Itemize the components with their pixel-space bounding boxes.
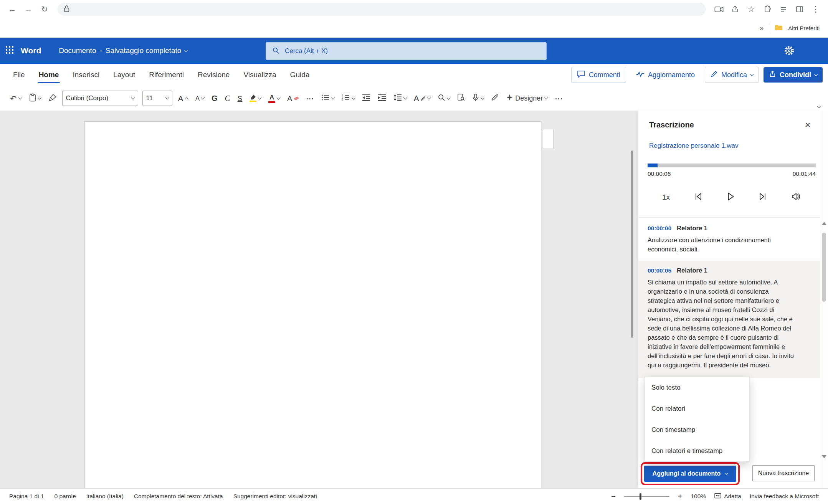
tab-file[interactable]: File <box>6 64 32 86</box>
more-toolbar-button[interactable]: ⋯ <box>553 90 564 106</box>
zoom-level[interactable]: 100% <box>691 493 706 500</box>
close-icon[interactable]: × <box>801 118 814 131</box>
share-icon[interactable] <box>728 2 742 16</box>
share-button[interactable]: Condividi <box>764 67 823 83</box>
chevron-down-icon[interactable] <box>447 96 451 100</box>
zoom-in-icon[interactable]: + <box>678 492 683 501</box>
tab-inserisci[interactable]: Inserisci <box>66 64 106 86</box>
transcript-entry[interactable]: 00:00:05 Relatore 1 Si chiama un impatto… <box>638 261 820 378</box>
extensions-icon[interactable] <box>760 2 774 16</box>
menu-item-con-timestamp[interactable]: Con timestamp <box>645 419 749 440</box>
comments-button[interactable]: Commenti <box>571 67 626 83</box>
chevron-down-icon[interactable] <box>544 96 548 100</box>
tab-home[interactable]: Home <box>32 64 66 86</box>
search-input[interactable] <box>284 47 540 55</box>
undo-button[interactable]: ↶ <box>8 90 23 106</box>
italic-button[interactable]: C <box>223 90 232 106</box>
playback-speed-button[interactable]: 1x <box>662 193 670 202</box>
transcript-entry[interactable]: 00:00:00 Relatore 1 Analizzare con atten… <box>638 218 820 261</box>
updates-button[interactable]: Aggiornamento <box>631 67 700 83</box>
dictate-button[interactable] <box>471 90 485 106</box>
menu-item-solo-testo[interactable]: Solo testo <box>645 377 749 398</box>
lookup-button[interactable] <box>456 90 466 106</box>
shrink-font-button[interactable]: A <box>194 90 206 106</box>
editor-button[interactable] <box>489 90 500 106</box>
text-completion-status[interactable]: Completamento del testo: Attivata <box>134 493 223 500</box>
ribbon-collapse-chevron-icon[interactable] <box>817 104 821 108</box>
tab-revisione[interactable]: Revisione <box>191 64 236 86</box>
font-size-combo[interactable]: 11 <box>142 91 172 106</box>
document-scrollbar-thumb[interactable] <box>631 150 633 338</box>
styles-button[interactable]: A <box>412 90 432 106</box>
chevron-down-icon[interactable] <box>184 48 188 52</box>
entry-timestamp[interactable]: 00:00:00 <box>648 225 671 232</box>
font-name-combo[interactable]: Calibri (Corpo) <box>62 91 138 106</box>
zoom-slider[interactable] <box>624 496 669 497</box>
tab-visualizza[interactable]: Visualizza <box>236 64 283 86</box>
increase-indent-button[interactable] <box>376 90 388 106</box>
chevron-down-icon[interactable] <box>481 96 484 100</box>
video-camera-icon[interactable] <box>712 2 726 16</box>
grow-font-button[interactable]: A <box>177 90 190 106</box>
word-count[interactable]: 0 parole <box>55 493 76 500</box>
editing-mode-button[interactable]: Modifica <box>705 67 759 83</box>
scroll-down-arrow-icon[interactable] <box>822 455 826 458</box>
bold-button[interactable]: G <box>210 90 219 106</box>
editor-suggestions-status[interactable]: Suggerimenti editor: visualizzati <box>233 493 317 500</box>
zoom-out-icon[interactable]: − <box>611 492 616 501</box>
side-panel-icon[interactable] <box>793 2 807 16</box>
tab-guida[interactable]: Guida <box>283 64 317 86</box>
menu-item-con-relatori-e-timestamp[interactable]: Con relatori e timestamp <box>645 440 749 461</box>
audio-progress-bar[interactable] <box>648 164 816 167</box>
find-button[interactable] <box>436 90 451 106</box>
tab-layout[interactable]: Layout <box>106 64 142 86</box>
other-bookmarks-label[interactable]: Altri Preferiti <box>788 25 820 31</box>
font-color-button[interactable]: A <box>267 90 281 106</box>
paste-button[interactable] <box>27 90 43 106</box>
add-to-document-button[interactable]: Aggiungi al documento <box>644 466 736 482</box>
designer-button[interactable]: Designer <box>504 90 549 106</box>
tab-riferimenti[interactable]: Riferimenti <box>142 64 191 86</box>
clear-format-button[interactable]: A <box>286 90 300 106</box>
tab-list-icon[interactable] <box>777 2 790 16</box>
apps-grid-icon[interactable] <box>5 46 14 56</box>
feedback-link[interactable]: Invia feedback a Microsoft <box>750 493 819 500</box>
scroll-up-arrow-icon[interactable] <box>822 222 826 225</box>
app-name[interactable]: Word <box>21 46 41 55</box>
more-formatting-button[interactable]: ⋯ <box>304 90 316 106</box>
play-icon[interactable] <box>727 192 735 203</box>
underline-button[interactable]: S <box>236 90 244 106</box>
address-bar[interactable] <box>58 3 706 16</box>
numbering-button[interactable]: 1 2 3 <box>340 90 356 106</box>
skip-back-icon[interactable] <box>694 192 702 203</box>
settings-gear-icon[interactable] <box>784 46 794 57</box>
chevron-down-icon[interactable] <box>403 96 407 100</box>
bookmark-star-icon[interactable]: ☆ <box>744 2 758 16</box>
panel-scrollbar-thumb[interactable] <box>822 233 826 302</box>
decrease-indent-button[interactable] <box>360 90 372 106</box>
reload-icon[interactable]: ↻ <box>38 2 51 16</box>
chevron-down-icon[interactable] <box>18 96 22 100</box>
entry-timestamp[interactable]: 00:00:05 <box>648 267 671 274</box>
menu-kebab-icon[interactable]: ⋮ <box>809 2 823 16</box>
zoom-slider-thumb[interactable] <box>640 493 641 500</box>
line-spacing-button[interactable] <box>392 90 408 106</box>
chevron-down-icon[interactable] <box>351 96 355 100</box>
page-count[interactable]: Pagina 1 di 1 <box>9 493 44 500</box>
document-title[interactable]: Documento - Salvataggio completato <box>59 46 187 55</box>
chevron-down-icon[interactable] <box>277 96 281 100</box>
skip-forward-icon[interactable] <box>759 192 767 203</box>
chevron-down-icon[interactable] <box>427 96 431 100</box>
recording-file-link[interactable]: Registrazione personale 1.wav <box>649 142 738 150</box>
menu-item-con-relatori[interactable]: Con relatori <box>645 398 749 419</box>
bullets-button[interactable] <box>320 90 336 106</box>
forward-icon[interactable]: → <box>21 2 35 16</box>
language-indicator[interactable]: Italiano (Italia) <box>86 493 124 500</box>
highlight-button[interactable] <box>248 90 263 106</box>
chevron-down-icon[interactable] <box>38 96 41 100</box>
new-transcription-button[interactable]: Nuova trascrizione <box>752 465 815 481</box>
format-painter-button[interactable] <box>47 90 58 106</box>
document-page[interactable] <box>84 121 541 504</box>
chevron-down-icon[interactable] <box>331 96 335 100</box>
fit-button[interactable]: Adatta <box>714 493 741 500</box>
